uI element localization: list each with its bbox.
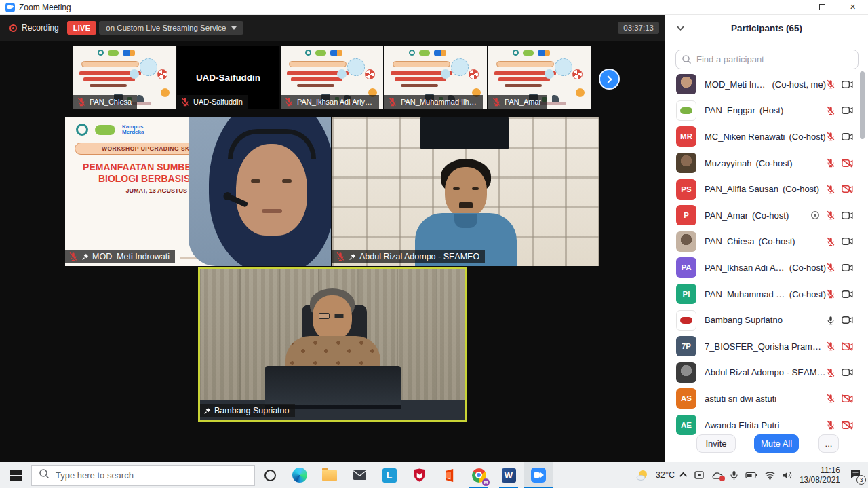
screen-capture-icon[interactable]	[694, 470, 705, 481]
participant-row[interactable]: Bambang Supriatno	[665, 307, 868, 333]
title-bar: Zoom Meeting ✕	[0, 0, 868, 15]
participant-row[interactable]: MOD_Meti Indro...(Co-host, me)	[665, 71, 868, 98]
tray-chevron-up-icon[interactable]	[682, 472, 687, 478]
video-tile-meti[interactable]: Kampus Merdeka WORKSHOP UPGRADING SKILL …	[65, 117, 331, 266]
volume-icon[interactable]	[783, 471, 793, 480]
participant-name: 7_BIOSFER_Qorisha Prameselly	[705, 341, 826, 352]
video-nameplate: MOD_Meti Indrowati	[65, 250, 175, 263]
participant-role: (Co-host)	[783, 184, 819, 194]
taskbar-app-zoom[interactable]	[524, 462, 553, 488]
cortana-icon	[264, 470, 276, 481]
camera-off-icon	[842, 394, 853, 403]
camera-on-icon	[842, 132, 853, 141]
action-center-icon[interactable]: 3	[850, 469, 861, 482]
participant-name: MC_Niken Renawati	[705, 132, 785, 142]
mic-muted-icon	[388, 97, 397, 107]
search-input[interactable]	[675, 50, 859, 69]
camera-off-icon	[842, 342, 853, 351]
participant-role: (Co-host)	[758, 236, 795, 246]
participant-name: astuti sri dwi astuti	[705, 394, 776, 404]
participant-row[interactable]: PAN_Enggar(Host)	[665, 98, 868, 124]
avatar-photo	[676, 231, 696, 252]
battery-icon[interactable]	[745, 472, 757, 479]
start-button[interactable]	[0, 462, 31, 488]
taskbar-apps: LMW	[255, 462, 553, 488]
more-options-button[interactable]: ...	[818, 434, 839, 453]
microphone-icon[interactable]	[730, 470, 738, 481]
filmstrip-thumbnail[interactable]: PAN_Chiesa	[73, 46, 176, 109]
taskbar-app-file-explorer[interactable]	[315, 462, 344, 488]
mic-muted-icon	[826, 394, 835, 403]
streaming-service-label: on Custom Live Streaming Service	[106, 24, 226, 32]
video-nameplate: Abdul Rizal Adompo - SEAMEO	[332, 250, 485, 263]
camera-off-icon	[842, 421, 853, 430]
video-tile-abdul[interactable]: Abdul Rizal Adompo - SEAMEO	[332, 117, 599, 266]
participant-row[interactable]: PAPAN_Ikhsan Adi Ariyono(Co-host)	[665, 255, 868, 281]
avatar-photo	[676, 362, 696, 383]
uns-logo-icon	[76, 124, 88, 136]
taskbar-app-l-app[interactable]: L	[374, 462, 404, 488]
streaming-service-dropdown[interactable]: on Custom Live Streaming Service	[99, 21, 243, 35]
restore-button[interactable]	[807, 0, 837, 15]
participant-role: (Co-host)	[752, 210, 789, 221]
taskbar-app-mail[interactable]	[344, 462, 374, 488]
next-videos-button[interactable]	[599, 69, 620, 90]
participant-row[interactable]: PIPAN_Muhammad Ilha...(Co-host)	[665, 281, 868, 307]
participant-row[interactable]: MRMC_Niken Renawati(Co-host)	[665, 124, 868, 150]
filmstrip-thumbnail[interactable]: UAD-SaifuddinUAD-Saifuddin	[177, 46, 279, 109]
mic-muted-icon	[68, 252, 78, 261]
taskbar-app-office[interactable]	[434, 462, 464, 488]
mic-muted-icon	[826, 289, 835, 299]
window-title: Zoom Meeting	[19, 3, 71, 12]
taskbar-app-mcafee[interactable]	[404, 462, 434, 488]
participant-name: PAN_Amar	[505, 98, 541, 106]
avatar-initials: P	[676, 205, 696, 225]
invite-button[interactable]: Invite	[696, 434, 736, 453]
participant-row[interactable]: PPAN_Amar(Co-host)	[665, 202, 868, 229]
camera-on-icon	[842, 263, 853, 272]
mic-muted-icon	[492, 97, 501, 107]
mic-muted-icon	[826, 263, 835, 272]
participant-row[interactable]: Muzayyinah(Co-host)	[665, 150, 868, 176]
camera-on-icon	[842, 211, 853, 220]
mute-all-button[interactable]: Mute All	[754, 434, 799, 453]
filmstrip-thumbnail[interactable]: PAN_Amar	[488, 46, 591, 109]
participant-name: PAN_Ikhsan Adi Ariyo...	[297, 98, 374, 106]
participant-name: Bambang Supriatno	[214, 406, 290, 415]
taskbar-app-cortana[interactable]	[255, 462, 285, 488]
participant-name: Abdul Rizal Adompo - SEAMEO	[705, 367, 826, 377]
taskbar-app-edge[interactable]	[285, 462, 315, 488]
avatar-initials: MR	[676, 126, 696, 147]
participant-row[interactable]: PAN_Chiesa(Co-host)	[665, 229, 868, 255]
participant-name: Bambang Supriatno	[705, 315, 783, 325]
close-button[interactable]: ✕	[837, 0, 868, 15]
taskbar-search-input[interactable]: Type here to search	[31, 465, 255, 486]
filmstrip-thumbnail[interactable]: PAN_Ikhsan Adi Ariyo...	[281, 46, 383, 109]
video-tile-bambang-active-speaker[interactable]: Bambang Supriatno	[198, 267, 467, 422]
participant-row[interactable]: Abdul Rizal Adompo - SEAMEO	[665, 360, 868, 386]
weather-icon[interactable]	[636, 469, 649, 482]
minimize-button[interactable]	[776, 0, 807, 15]
participant-name: PAN_Chiesa	[705, 236, 754, 246]
participant-row[interactable]: 7P7_BIOSFER_Qorisha Prameselly	[665, 333, 868, 360]
taskbar-app-chrome[interactable]: M	[464, 462, 494, 488]
participant-name: Awanda Elrita Putri	[705, 420, 779, 430]
participants-header: Participants (65)	[665, 23, 868, 33]
participant-name: MOD_Meti Indro...	[705, 79, 768, 90]
participant-name: PAN_Muhammad Ilha...	[705, 289, 785, 299]
avatar-photo	[676, 153, 696, 173]
pin-icon	[81, 253, 89, 261]
participant-row[interactable]: PSPAN_Alifia Sausan(Co-host)	[665, 176, 868, 202]
wifi-icon[interactable]	[764, 471, 776, 480]
office-icon	[443, 468, 456, 483]
temperature-label[interactable]: 32°C	[656, 470, 675, 480]
clock[interactable]: 11:16 13/08/2021	[800, 466, 840, 485]
taskbar-app-word[interactable]: W	[494, 462, 524, 488]
participant-row[interactable]: ASastuti sri dwi astuti	[665, 386, 868, 412]
cloud-sync-error-icon[interactable]	[711, 471, 723, 480]
chevron-right-icon	[604, 75, 612, 83]
mic-muted-icon	[826, 158, 835, 168]
zoom-meeting-window: Zoom Meeting ✕ Recording LIVE on Custom …	[0, 0, 868, 488]
filmstrip-thumbnail[interactable]: PAN_Muhammad Ilha...	[384, 46, 487, 109]
scrollbar-thumb[interactable]	[860, 71, 865, 139]
